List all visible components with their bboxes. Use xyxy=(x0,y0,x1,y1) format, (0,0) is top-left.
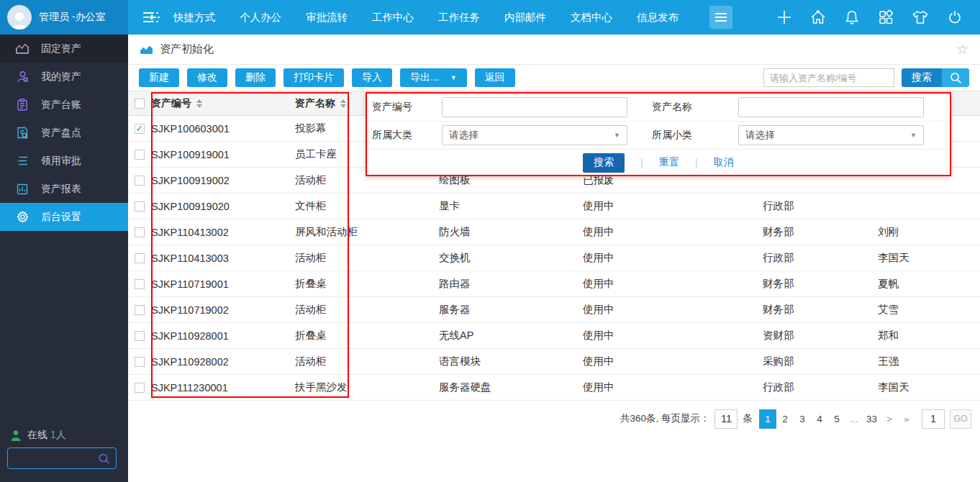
sidebar: 固定资产我的资产资产台账资产盘点领用审批资产报表后台设置 在线 1人 xyxy=(0,35,128,482)
goto-page-input[interactable] xyxy=(922,409,945,429)
page-button[interactable]: 33 xyxy=(863,409,881,429)
report-icon xyxy=(16,183,29,196)
row-checkbox[interactable] xyxy=(135,305,145,315)
topnav-item[interactable]: 文档中心 xyxy=(558,0,625,35)
table-row[interactable]: SJKP110413003活动柜交换机使用中行政部李国天 xyxy=(128,245,980,271)
sidebar-item[interactable]: 固定资产 xyxy=(0,35,128,63)
export-button[interactable]: 导出...▼ xyxy=(400,68,467,87)
row-checkbox[interactable] xyxy=(135,176,145,186)
burger-menu-icon[interactable] xyxy=(709,6,732,29)
fixed-assets-chart-icon xyxy=(16,42,29,55)
sort-icon[interactable] xyxy=(340,99,346,108)
delete-button[interactable]: 删除 xyxy=(235,68,276,87)
table-row[interactable]: SJKP100919020文件柜显卡使用中行政部 xyxy=(128,194,980,219)
sidebar-item-label: 固定资产 xyxy=(41,42,81,55)
sidebar-search-input[interactable] xyxy=(14,453,98,464)
asset-search-input[interactable] xyxy=(763,68,894,87)
page-button[interactable]: ... xyxy=(845,409,863,429)
filter-select-minor-category[interactable]: 请选择▼ xyxy=(738,125,924,145)
print-card-button[interactable]: 打印卡片 xyxy=(283,68,344,87)
sidebar-item[interactable]: 资产报表 xyxy=(0,175,128,203)
filter-select-major-category[interactable]: 请选择▼ xyxy=(442,125,627,145)
go-button[interactable]: GO xyxy=(950,409,971,429)
header-select-all[interactable] xyxy=(128,91,151,116)
row-checkbox[interactable] xyxy=(135,227,145,237)
approval-list-icon xyxy=(16,155,29,168)
search-icon[interactable] xyxy=(98,453,110,465)
topnav-item[interactable]: 快捷方式 xyxy=(161,0,227,35)
filter-input-asset-name[interactable] xyxy=(738,97,924,117)
filter-cancel-link[interactable]: 取消 xyxy=(714,156,734,169)
user-block[interactable]: 管理员 -办公室 xyxy=(0,0,128,35)
table-row[interactable]: SJKP110413002屏风和活动柜防火墙使用中财务部刘刚 xyxy=(128,219,980,245)
row-checkbox[interactable] xyxy=(135,357,145,367)
page-button[interactable]: 2 xyxy=(776,409,794,429)
row-checkbox[interactable] xyxy=(135,201,145,212)
next-page-button[interactable]: > xyxy=(881,409,898,429)
cell-asset-code: SJKP100919020 xyxy=(151,194,295,219)
table-row[interactable]: SJKP110719001折叠桌路由器使用中财务部夏帆 xyxy=(128,271,980,297)
search-magnifier-button[interactable] xyxy=(942,68,969,87)
table-row[interactable]: SJKP111230001扶手黑沙发服务器硬盘使用中行政部李国天 xyxy=(128,375,980,401)
row-checkbox[interactable] xyxy=(135,150,145,160)
table-row[interactable]: SJKP110719002活动柜服务器使用中财务部艾雪 xyxy=(128,297,980,323)
sidebar-item[interactable]: 资产台账 xyxy=(0,91,128,119)
page-button[interactable]: 3 xyxy=(794,409,811,429)
sidebar-item[interactable]: 资产盘点 xyxy=(0,119,128,147)
header-asset-code[interactable]: 资产编号 xyxy=(151,91,295,116)
table-row[interactable]: SJKP110928001折叠桌无线AP使用中资财部郑和 xyxy=(128,323,980,349)
favorite-star-icon[interactable]: ☆ xyxy=(956,42,968,56)
collapse-menu-icon[interactable] xyxy=(141,9,161,25)
topnav-item[interactable]: 个人办公 xyxy=(227,0,294,35)
home-icon[interactable] xyxy=(810,9,826,25)
cell-asset-code: SJKP100603001 xyxy=(151,116,295,142)
settings-gear-icon xyxy=(16,211,29,224)
filter-reset-link[interactable]: 重置 xyxy=(659,156,679,169)
sort-icon[interactable] xyxy=(196,99,202,108)
last-page-button[interactable]: » xyxy=(898,409,915,429)
table-row[interactable]: SJKP110928002活动柜语言模块使用中采购部王强 xyxy=(128,349,980,375)
row-checkbox[interactable] xyxy=(135,383,145,393)
page-button[interactable]: 4 xyxy=(811,409,828,429)
cell-device-name: 交换机 xyxy=(439,245,583,271)
cell-device-name: 服务器 xyxy=(439,297,583,323)
row-checkbox[interactable] xyxy=(135,253,145,263)
power-icon[interactable] xyxy=(947,9,963,25)
inventory-doc-search-icon xyxy=(16,127,29,140)
topnav-item[interactable]: 工作任务 xyxy=(426,0,492,35)
topnav-item[interactable]: 审批流转 xyxy=(294,0,360,35)
filter-input-asset-code[interactable] xyxy=(442,97,627,117)
new-button[interactable]: 新建 xyxy=(139,68,179,87)
cell-asset-code: SJKP110719002 xyxy=(151,297,295,323)
row-checkbox[interactable]: ✓ xyxy=(135,124,145,134)
row-checkbox[interactable] xyxy=(135,279,145,289)
cell-asset-name: 屏风和活动柜 xyxy=(295,219,439,245)
cell-asset-name: 活动柜 xyxy=(295,297,439,323)
theme-shirt-icon[interactable] xyxy=(912,9,929,25)
import-button[interactable]: 导入 xyxy=(352,68,392,87)
bell-icon[interactable] xyxy=(844,9,860,25)
search-button[interactable]: 搜索 xyxy=(902,68,942,87)
filter-search-button[interactable]: 搜索 xyxy=(583,153,625,173)
topnav-item[interactable]: 信息发布 xyxy=(625,0,691,35)
apps-icon[interactable] xyxy=(878,9,894,25)
sidebar-item[interactable]: 后台设置 xyxy=(0,203,128,231)
plus-icon[interactable] xyxy=(776,9,792,25)
page-title: 资产初始化 xyxy=(160,42,214,56)
back-button[interactable]: 返回 xyxy=(475,68,515,87)
sidebar-item[interactable]: 领用审批 xyxy=(0,147,128,175)
page-title-chart-icon xyxy=(140,44,153,55)
cell-person: 艾雪 xyxy=(878,297,980,323)
topnav-item[interactable]: 工作中心 xyxy=(360,0,426,35)
filter-label-asset-name: 资产名称 xyxy=(627,101,738,114)
filter-label-major-category: 所属大类 xyxy=(372,129,442,142)
select-all-checkbox[interactable] xyxy=(135,99,145,109)
sidebar-item[interactable]: 我的资产 xyxy=(0,63,128,91)
page-button[interactable]: 5 xyxy=(828,409,845,429)
edit-button[interactable]: 修改 xyxy=(187,68,227,87)
cell-device-name: 语言模块 xyxy=(439,349,583,375)
row-checkbox[interactable] xyxy=(135,331,145,341)
page-button[interactable]: 1 xyxy=(759,409,776,429)
topnav-item[interactable]: 内部邮件 xyxy=(492,0,558,35)
page-size-input[interactable] xyxy=(714,409,738,429)
